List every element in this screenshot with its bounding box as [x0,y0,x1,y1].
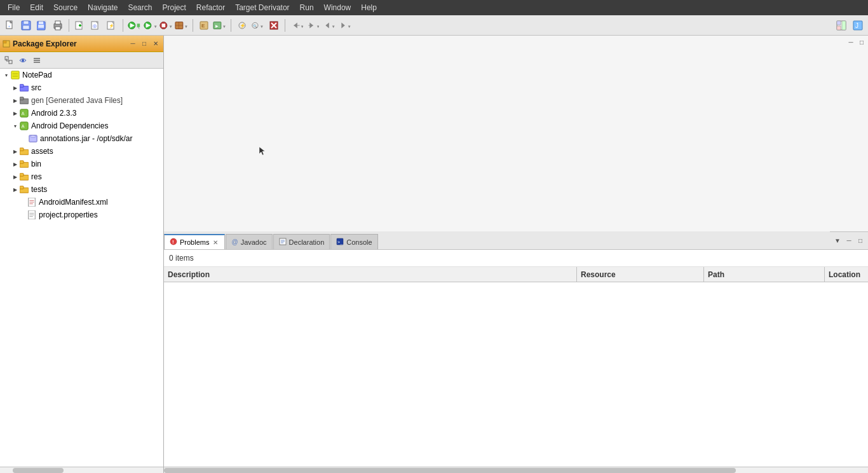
tab-problems[interactable]: ! Problems ✕ [164,234,225,249]
menu-window[interactable]: Window [319,1,356,14]
bottom-tabs-row: ! Problems ✕ @ Javadoc [164,232,868,250]
tree-item-res[interactable]: ▶ res [0,170,163,183]
explorer-hscroll-thumb[interactable] [13,468,64,473]
tree-item-bin[interactable]: ▶ bin [0,158,163,170]
bottom-maximize-btn[interactable]: □ [855,235,865,245]
toolbar-save-btn[interactable] [18,18,34,33]
toolbar-back2-btn[interactable]: ▼ [320,18,336,33]
editor-main[interactable]: ─ □ [164,36,868,231]
panel-maximize-btn[interactable]: □ [139,39,149,49]
menu-edit[interactable]: Edit [25,1,48,14]
view-menu-btn[interactable] [31,54,43,67]
svg-rect-90 [20,186,24,189]
tree-label-res: res [31,172,42,181]
expand-arrow-annotations [20,135,28,142]
toolbar-btn-new2[interactable] [72,18,88,33]
svg-text:◎: ◎ [93,24,97,28]
svg-rect-60 [3,41,6,43]
toolbar-saveall-btn[interactable] [34,18,50,33]
toolbar-btn-open[interactable]: ◎ [88,18,104,33]
toolbar-btn-3[interactable]: ⚡ [104,18,119,33]
toolbar-new-btn[interactable]: + [3,18,18,33]
svg-text:⚡: ⚡ [109,23,114,29]
svg-rect-10 [55,21,60,24]
menu-refactor[interactable]: Refactor [191,1,230,14]
tree-item-src[interactable]: ▶ src [0,81,163,94]
expand-arrow-bin: ▶ [11,160,19,168]
toolbar-btn-ext[interactable]: E [196,18,212,33]
svg-rect-7 [38,25,44,28]
tab-problems-label: Problems [180,238,209,246]
tab-javadoc[interactable]: @ Javadoc [226,234,272,249]
col-path[interactable]: Path [704,267,825,282]
tree-label-notepad: NotePad [22,71,52,79]
mouse-cursor [259,147,267,158]
link-with-editor-btn[interactable] [17,54,29,67]
menu-navigate[interactable]: Navigate [83,1,123,14]
toolbar-back-btn[interactable]: ▼ [288,18,304,33]
tree-label-gen: gen [Generated Java Files] [31,96,123,105]
toolbar-btn-nav1[interactable]: ⚡ [234,18,250,33]
toolbar-run-btn[interactable]: ▼ [142,18,158,33]
tree-item-gen[interactable]: ▶ gen [Generated Java Files] [0,94,163,107]
tree-item-notepad[interactable]: ▾ NotePad [0,69,163,81]
toolbar-btn-stop2[interactable] [266,18,281,33]
tree-item-assets[interactable]: ▶ assets [0,145,163,158]
editor-minimize-btn[interactable]: ─ [846,37,856,47]
tree-label-android233: Android 2.3.3 [31,109,76,118]
svg-text:▼: ▼ [316,24,319,28]
bottom-panel-content: 0 items Description Resource Path Locati… [164,250,868,467]
menu-source[interactable]: Source [48,1,83,14]
toolbar-perspective-btn[interactable] [834,18,849,33]
panel-close-btn[interactable]: ✕ [151,39,161,49]
main-layout: Package Explorer ─ □ ✕ [0,36,868,473]
col-description[interactable]: Description [164,267,577,282]
menu-target-derivator[interactable]: Target Derivator [230,1,294,14]
tree-item-androidmanifest[interactable]: AndroidManifest.xml [0,196,163,209]
toolbar-btn-nav2[interactable]: 🔍▼ [250,18,266,33]
menu-file[interactable]: File [3,1,25,14]
tree-item-project-properties[interactable]: project.properties [0,209,163,221]
menu-search[interactable]: Search [123,1,157,14]
col-location[interactable]: Location [825,267,868,282]
toolbar-sep-1 [69,19,69,32]
tab-problems-close[interactable]: ✕ [212,239,219,246]
collapse-all-btn[interactable] [3,54,15,67]
toolbar-print-btn[interactable] [50,18,65,33]
toolbar-forward2-btn[interactable]: ▼ [336,18,351,33]
toolbar-btn-ext2[interactable]: ▶▼ [212,18,227,33]
toolbar-forward-btn[interactable]: ▼ [304,18,320,33]
menu-run[interactable]: Run [295,1,319,14]
tree-item-android-dep[interactable]: ▾ A Android Dependencies [0,120,163,132]
col-resource[interactable]: Resource [577,267,704,282]
tree-item-tests[interactable]: ▶ tests [0,183,163,196]
editor-maximize-btn[interactable]: □ [857,37,867,47]
tab-console[interactable]: >_ Console [330,234,377,249]
menu-help[interactable]: Help [356,1,382,14]
tree-label-src: src [31,83,41,92]
toolbar-target-btn[interactable]: ▼ [174,18,189,33]
toolbar-run-dropdown[interactable] [126,18,142,33]
toolbar-group-5: ⚡ 🔍▼ [234,18,281,33]
tree-item-annotations-jar[interactable]: annotations.jar - /opt/sdk/ar [0,132,163,145]
bottom-hscroll[interactable] [164,467,868,473]
toolbar-sep-5 [285,19,285,32]
bottom-minimize-btn[interactable]: ─ [844,235,854,245]
menu-project[interactable]: Project [157,1,191,14]
bottom-view-menu-btn[interactable]: ▼ [832,235,843,245]
android233-icon: A [19,108,29,118]
panel-minimize-btn[interactable]: ─ [128,39,138,49]
menu-bar: File Edit Source Navigate Search Project… [0,0,868,15]
tab-declaration[interactable]: Declaration [273,234,330,249]
expand-arrow-src: ▶ [11,84,19,92]
bottom-hscroll-thumb[interactable] [164,468,736,473]
svg-rect-24 [162,24,166,27]
svg-marker-51 [341,22,345,28]
toolbar-stop-btn[interactable]: ▼ [158,18,173,33]
svg-point-82 [31,135,36,138]
toolbar-open-perspective-btn[interactable]: J [850,18,865,33]
expand-arrow-android233: ▶ [11,109,19,117]
explorer-hscroll[interactable] [0,467,163,473]
problems-tab-icon: ! [170,238,177,247]
tree-item-android233[interactable]: ▶ A Android 2.3.3 [0,107,163,120]
